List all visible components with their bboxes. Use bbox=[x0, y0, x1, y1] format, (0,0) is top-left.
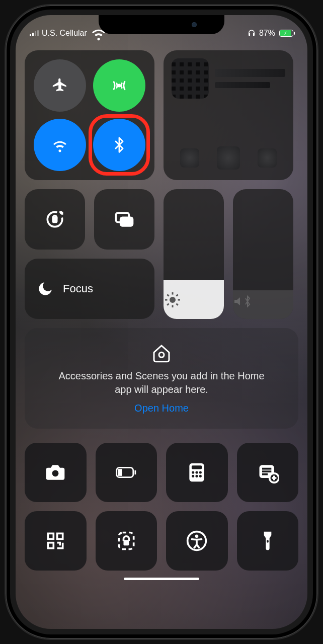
flashlight-icon bbox=[257, 530, 279, 552]
notch bbox=[99, 15, 224, 34]
airplane-mode-toggle[interactable] bbox=[34, 59, 86, 112]
guided-access-icon bbox=[115, 530, 137, 552]
cellular-data-toggle[interactable] bbox=[93, 59, 145, 112]
brightness-slider[interactable] bbox=[164, 189, 224, 319]
svg-point-7 bbox=[52, 470, 59, 476]
home-module[interactable]: Accessories and Scenes you add in the Ho… bbox=[25, 328, 298, 429]
low-power-shortcut[interactable] bbox=[96, 443, 157, 502]
svg-point-27 bbox=[195, 535, 199, 538]
play-pause-button[interactable] bbox=[217, 146, 240, 170]
flashlight-shortcut[interactable] bbox=[237, 511, 299, 571]
screen: U.S. Cellular 87% ⚡︎ bbox=[16, 15, 307, 629]
svg-point-13 bbox=[192, 471, 194, 473]
orientation-lock-toggle[interactable] bbox=[25, 189, 85, 250]
shortcut-grid bbox=[25, 443, 298, 571]
media-title bbox=[215, 69, 285, 88]
focus-toggle[interactable]: Focus bbox=[25, 259, 154, 319]
svg-point-18 bbox=[199, 475, 202, 477]
svg-point-14 bbox=[196, 471, 198, 473]
battery-low-icon bbox=[115, 461, 137, 484]
brightness-icon bbox=[164, 291, 224, 309]
wifi-toggle[interactable] bbox=[34, 119, 86, 171]
svg-point-6 bbox=[159, 352, 164, 357]
accessibility-shortcut[interactable] bbox=[166, 511, 228, 571]
svg-point-15 bbox=[199, 471, 202, 473]
focus-label: Focus bbox=[63, 282, 93, 295]
moon-icon bbox=[37, 280, 54, 297]
screen-mirroring-icon bbox=[113, 208, 135, 230]
open-home-link[interactable]: Open Home bbox=[134, 403, 189, 414]
svg-point-17 bbox=[196, 475, 198, 477]
home-icon bbox=[151, 343, 172, 363]
svg-point-16 bbox=[192, 475, 194, 477]
svg-point-0 bbox=[118, 85, 120, 87]
camera-shortcut[interactable] bbox=[25, 443, 87, 502]
accessibility-icon bbox=[186, 530, 208, 552]
control-center: Focus bbox=[25, 50, 298, 623]
now-playing-module[interactable] bbox=[164, 50, 293, 180]
svg-rect-22 bbox=[57, 533, 63, 539]
svg-rect-9 bbox=[118, 469, 122, 476]
battery-icon: ⚡︎ bbox=[279, 30, 293, 37]
signal-bars-icon bbox=[30, 30, 39, 36]
svg-rect-23 bbox=[48, 543, 54, 548]
bluetooth-toggle[interactable] bbox=[93, 119, 145, 171]
notes-shortcut[interactable] bbox=[237, 443, 299, 502]
connectivity-module[interactable] bbox=[25, 50, 154, 180]
svg-rect-10 bbox=[134, 470, 136, 474]
calculator-shortcut[interactable] bbox=[166, 443, 228, 502]
qr-icon bbox=[44, 530, 66, 552]
volume-bluetooth-icon bbox=[233, 294, 293, 309]
wifi-icon bbox=[51, 136, 68, 153]
guided-access-shortcut[interactable] bbox=[96, 511, 157, 571]
screen-mirroring-button[interactable] bbox=[94, 189, 154, 250]
orientation-lock-icon bbox=[44, 208, 66, 230]
home-empty-message: Accessories and Scenes you add in the Ho… bbox=[53, 369, 270, 396]
svg-point-5 bbox=[170, 297, 176, 303]
calculator-icon bbox=[186, 461, 208, 484]
previous-track-button[interactable] bbox=[180, 148, 199, 168]
headphones-icon bbox=[247, 29, 256, 38]
svg-rect-21 bbox=[48, 533, 54, 539]
svg-rect-28 bbox=[267, 540, 269, 543]
note-add-icon bbox=[257, 461, 279, 484]
media-artwork bbox=[172, 58, 209, 99]
qr-scan-shortcut[interactable] bbox=[25, 511, 87, 571]
next-track-button[interactable] bbox=[258, 148, 277, 168]
home-indicator[interactable] bbox=[124, 578, 199, 580]
svg-rect-12 bbox=[192, 465, 202, 469]
antenna-icon bbox=[111, 77, 128, 94]
front-camera bbox=[192, 22, 197, 27]
carrier-name: U.S. Cellular bbox=[42, 29, 87, 38]
svg-rect-4 bbox=[121, 217, 133, 226]
volume-slider[interactable] bbox=[233, 189, 293, 319]
airplane-icon bbox=[51, 77, 68, 94]
phone-frame: U.S. Cellular 87% ⚡︎ bbox=[6, 5, 317, 639]
battery-pct: 87% bbox=[259, 29, 275, 38]
highlight-annotation bbox=[89, 114, 150, 176]
camera-icon bbox=[44, 461, 66, 484]
